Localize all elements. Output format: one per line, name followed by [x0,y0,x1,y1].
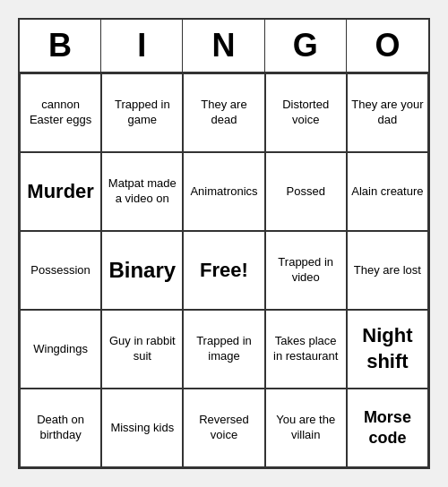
bingo-cell-16[interactable]: Guy in rabbit suit [101,310,183,389]
bingo-cell-14[interactable]: They are lost [347,231,428,310]
bingo-header: BINGO [20,20,428,73]
bingo-cell-0[interactable]: cannon Easter eggs [20,73,101,152]
bingo-cell-6[interactable]: Matpat made a video on [101,152,183,231]
bingo-cell-18[interactable]: Takes place in restaurant [265,310,347,389]
bingo-letter-b: B [20,20,101,72]
bingo-letter-i: I [101,20,183,72]
bingo-cell-5[interactable]: Murder [20,152,101,231]
bingo-cell-3[interactable]: Distorted voice [265,73,347,152]
bingo-letter-o: O [347,20,428,72]
bingo-cell-17[interactable]: Trapped in image [183,310,264,389]
bingo-cell-15[interactable]: Wingdings [20,310,101,389]
bingo-cell-11[interactable]: Binary [101,231,183,310]
bingo-cell-23[interactable]: You are the villain [265,389,347,467]
bingo-cell-9[interactable]: Alain creature [347,152,428,231]
bingo-cell-4[interactable]: They are your dad [347,73,428,152]
bingo-letter-n: N [183,20,264,72]
bingo-cell-13[interactable]: Trapped in video [265,231,347,310]
bingo-cell-24[interactable]: Morse code [347,389,428,467]
bingo-letter-g: G [265,20,347,72]
bingo-cell-8[interactable]: Possed [265,152,347,231]
bingo-card: BINGO cannon Easter eggsTrapped in gameT… [18,18,430,469]
bingo-cell-2[interactable]: They are dead [183,73,264,152]
bingo-cell-1[interactable]: Trapped in game [101,73,183,152]
bingo-cell-22[interactable]: Reversed voice [183,389,264,467]
bingo-grid: cannon Easter eggsTrapped in gameThey ar… [20,73,428,467]
bingo-cell-20[interactable]: Death on birthday [20,389,101,467]
bingo-cell-19[interactable]: Night shift [347,310,428,389]
bingo-cell-12[interactable]: Free! [183,231,264,310]
bingo-cell-7[interactable]: Animatronics [183,152,264,231]
bingo-cell-10[interactable]: Possession [20,231,101,310]
bingo-cell-21[interactable]: Missing kids [101,389,183,467]
